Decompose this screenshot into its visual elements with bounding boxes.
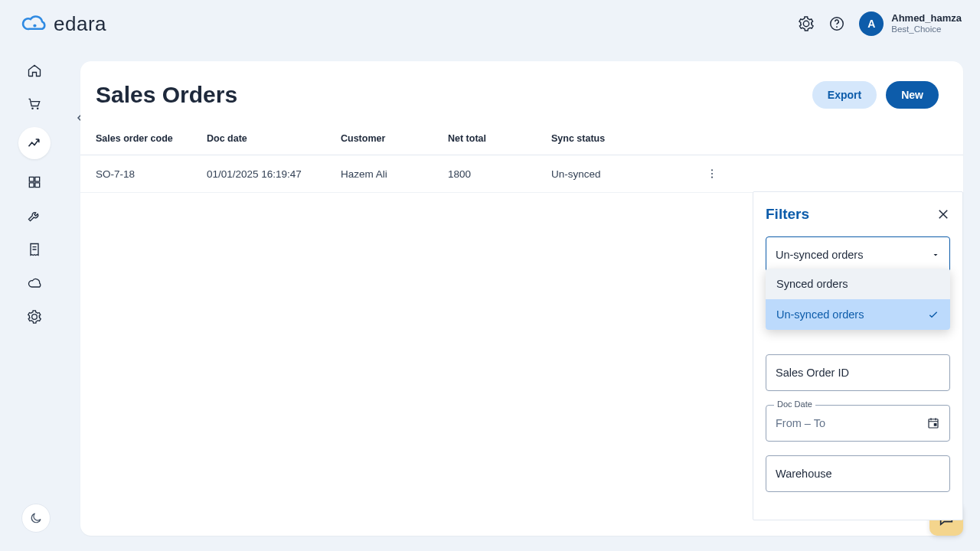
table-row[interactable]: SO-7-18 01/01/2025 16:19:47 Hazem Ali 18… [80, 155, 963, 193]
svg-point-5 [711, 173, 713, 174]
sales-order-id-field[interactable]: Sales Order ID [766, 354, 950, 391]
receipt-icon[interactable] [27, 242, 42, 257]
filters-panel: Filters Un-synced orders Synced orders U… [753, 191, 963, 520]
table-header: Sales order code Doc date Customer Net t… [80, 122, 963, 155]
home-icon[interactable] [27, 63, 42, 78]
svg-point-1 [836, 26, 838, 28]
user-org: Best_Choice [891, 24, 962, 35]
cloud-logo-icon [21, 15, 47, 33]
cell-customer: Hazem Ali [341, 168, 448, 180]
dropdown-option-unsynced[interactable]: Un-synced orders [766, 299, 950, 330]
dropdown-option-synced[interactable]: Synced orders [766, 269, 950, 299]
help-icon[interactable] [828, 15, 845, 32]
cloud-icon[interactable] [27, 276, 42, 291]
warehouse-label: Warehouse [776, 468, 832, 480]
col-doc-date[interactable]: Doc date [207, 133, 341, 144]
page-title: Sales Orders [96, 82, 237, 108]
doc-date-field[interactable]: Doc Date From – To [766, 405, 950, 442]
col-sync-status[interactable]: Sync status [551, 133, 666, 144]
wrench-icon[interactable] [27, 208, 42, 223]
user-menu[interactable]: A Ahmed_hamza Best_Choice [859, 11, 962, 36]
sales-order-id-label: Sales Order ID [776, 367, 849, 379]
close-icon[interactable] [936, 207, 950, 221]
cell-code: SO-7-18 [96, 168, 207, 180]
cell-net-total: 1800 [448, 168, 551, 180]
sync-status-value: Un-synced orders [776, 249, 863, 261]
topbar: edara A Ahmed_hamza Best_Choice [0, 0, 980, 47]
svg-point-4 [711, 169, 713, 171]
sync-status-dropdown: Synced orders Un-synced orders [766, 269, 950, 330]
svg-rect-8 [934, 423, 937, 426]
main-card: Sales Orders Export New Sales order code… [80, 61, 963, 536]
calendar-icon[interactable] [926, 416, 940, 430]
inventory-icon[interactable] [27, 174, 42, 190]
sync-status-select[interactable]: Un-synced orders [766, 236, 950, 273]
cell-doc-date: 01/01/2025 16:19:47 [207, 168, 341, 180]
cart-icon[interactable] [27, 96, 42, 112]
export-button[interactable]: Export [812, 81, 877, 109]
new-button[interactable]: New [886, 81, 939, 109]
doc-date-float-label: Doc Date [774, 399, 815, 409]
caret-down-icon [931, 250, 940, 259]
filters-title: Filters [766, 206, 809, 223]
theme-toggle[interactable] [21, 504, 51, 533]
row-menu-icon[interactable] [706, 168, 718, 180]
user-name: Ahmed_hamza [891, 12, 962, 24]
warehouse-field[interactable]: Warehouse [766, 455, 950, 492]
svg-point-6 [711, 177, 713, 178]
gear-icon[interactable] [798, 15, 815, 32]
col-customer[interactable]: Customer [341, 133, 448, 144]
sales-icon[interactable] [18, 127, 51, 159]
doc-date-placeholder: From – To [776, 417, 825, 429]
cell-sync-status: Un-synced [551, 168, 666, 180]
svg-point-3 [37, 108, 39, 110]
settings-icon[interactable] [27, 309, 42, 324]
svg-point-2 [31, 108, 34, 110]
brand-text: edara [54, 12, 106, 36]
check-icon [927, 308, 939, 321]
moon-icon [29, 511, 43, 525]
col-code[interactable]: Sales order code [96, 133, 207, 144]
col-net-total[interactable]: Net total [448, 133, 551, 144]
avatar: A [859, 11, 884, 36]
sidebar [0, 47, 69, 551]
table: Sales order code Doc date Customer Net t… [80, 122, 963, 536]
logo[interactable]: edara [21, 12, 106, 36]
